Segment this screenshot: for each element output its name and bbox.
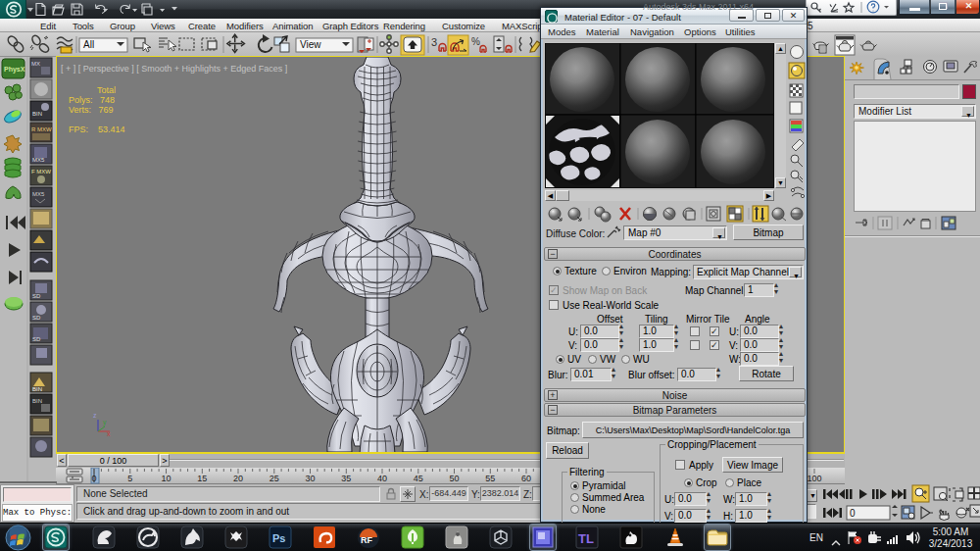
svg-text:SD: SD xyxy=(32,336,41,342)
svg-text:0: 0 xyxy=(850,508,856,519)
svg-text:RF: RF xyxy=(361,535,372,545)
svg-text:View: View xyxy=(300,39,321,50)
svg-text:MX: MX xyxy=(31,61,40,67)
svg-text:R MXW: R MXW xyxy=(31,126,52,132)
svg-text:MX5: MX5 xyxy=(32,157,45,163)
svg-text:3: 3 xyxy=(431,36,437,48)
svg-text:SD: SD xyxy=(32,315,41,321)
svg-text:Ps: Ps xyxy=(272,532,285,544)
svg-text:%: % xyxy=(471,36,480,47)
svg-text:BIN: BIN xyxy=(32,398,42,404)
svg-text:SD: SD xyxy=(32,293,41,299)
svg-text:BIN: BIN xyxy=(32,111,42,117)
svg-text:BIN: BIN xyxy=(32,386,42,392)
svg-text:PhysX: PhysX xyxy=(4,66,25,74)
svg-text:MX5: MX5 xyxy=(32,191,45,197)
svg-text:TL: TL xyxy=(578,531,594,546)
svg-text:F MXW: F MXW xyxy=(31,169,51,175)
svg-text:All: All xyxy=(83,39,94,50)
